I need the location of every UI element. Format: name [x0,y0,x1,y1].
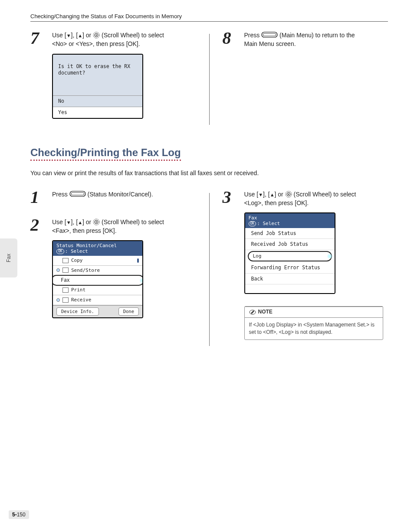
step-1-body: Press (Status Monitor/Cancel). [52,189,196,206]
note-body: If <Job Log Display> in <System Manageme… [249,321,378,336]
lcd-option-no: No [53,95,142,107]
svg-rect-4 [263,33,276,36]
step-number-8: 8 [223,29,238,49]
step-8: 8 Press (Main Menu) to return to the Mai… [223,29,388,49]
step-7-body: Use [], [] or (Scroll Wheel) to select <… [52,29,196,119]
lcd-row-back: Back [245,274,335,285]
lcd-row-received-job-status: Received Job Status [245,239,335,250]
top-step-row: 7 Use [], [] or (Scroll Wheel) to select… [30,29,388,129]
svg-rect-5 [70,191,85,196]
copy-icon [62,258,69,263]
lcd-footer-done: Done [118,307,139,316]
lcd-option-yes: Yes [53,107,142,118]
step-number-2: 2 [30,216,46,319]
down-triangle-icon [66,219,71,225]
page-header: Checking/Changing the Status of Fax Docu… [30,13,388,22]
step-number-3: 3 [223,189,238,340]
lcd-row-send-job-status: Send Job Status [245,228,335,239]
scroll-wheel-icon [93,32,100,39]
scroll-wheel-icon [285,191,292,198]
selection-glow-icon [327,253,333,259]
svg-point-2 [96,35,97,36]
step-7: 7 Use [], [] or (Scroll Wheel) to select… [30,29,196,119]
svg-rect-6 [71,193,84,195]
column-divider [209,193,210,346]
lcd-fax-menu: Fax OK: Select Send Job Status Received … [244,212,335,294]
step-2-body: Use [], [] or (Scroll Wheel) to select <… [52,216,196,319]
note-box: NOTE If <Job Log Display> in <System Man… [244,306,383,340]
page-number: 5-150 [9,510,29,519]
lcd-footer-device-info: Device Info. [56,307,99,316]
step-2: 2 Use [], [] or (Scroll Wheel) to select… [30,216,196,319]
up-triangle-icon [78,219,82,225]
down-triangle-icon [258,191,263,198]
lcd-erase-confirm: Is it OK to erase the RX document? No Ye… [52,54,143,119]
step-number-1: 1 [30,189,46,206]
column-divider [209,34,210,125]
lcd-row-log-selected: Log [245,250,335,262]
section-heading: Checking/Printing the Fax Log [30,147,181,161]
section-intro: You can view or print the results of fax… [30,170,388,176]
svg-point-9 [96,221,97,222]
svg-rect-3 [262,32,277,37]
lcd-row-forwarding-error: Forwarding Error Status [245,262,335,274]
down-triangle-icon [66,32,71,39]
up-triangle-icon [78,32,82,39]
lcd-row-print: Print [53,285,142,295]
print-icon [62,287,69,293]
status-monitor-button-icon [69,191,86,197]
side-tab-label: Fax [6,254,12,262]
lcd-status-monitor: Status Monitor/Cancel OK: Select Copy Se… [52,240,143,318]
receive-icon [62,297,69,303]
lcd-row-copy: Copy [53,256,142,266]
step-number-7: 7 [30,29,46,119]
step-1: 1 Press (Status Monitor/Cancel). [30,189,196,206]
bottom-step-row: 1 Press (Status Monitor/Cancel). 2 Use [… [30,189,388,351]
note-pencil-icon [249,309,256,316]
main-menu-button-icon [261,32,278,38]
step-3-body: Use [], [] or (Scroll Wheel) to select <… [244,189,388,340]
selection-glow-icon [139,277,143,284]
lcd-row-sendstore: Send/Store [53,266,142,276]
send-store-icon [62,268,69,273]
svg-point-12 [288,193,289,195]
lcd-row-fax-selected: Fax [52,275,143,286]
side-tab: Fax [0,238,17,277]
up-triangle-icon [270,191,275,198]
scroll-wheel-icon [93,219,100,225]
lcd-row-receive: Receive [53,295,142,305]
step-8-body: Press (Main Menu) to return to the Main … [244,29,388,49]
step-3: 3 Use [], [] or (Scroll Wheel) to select… [223,189,388,340]
